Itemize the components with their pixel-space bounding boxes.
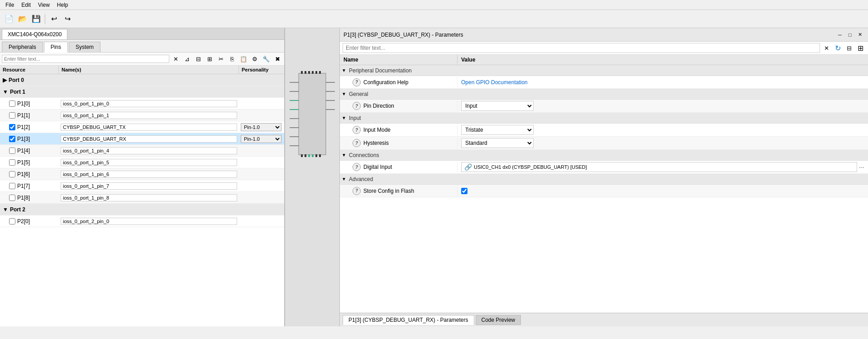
hysteresis-select[interactable]: Standard None: [461, 138, 534, 148]
list-item[interactable]: P1[7]: [0, 180, 284, 192]
pin-checkbox[interactable]: [9, 171, 15, 177]
tab-pins[interactable]: Pins: [44, 42, 68, 53]
chip-diagram: [290, 55, 339, 191]
right-collapse-button[interactable]: ⊟: [844, 43, 854, 53]
params-col-name: Name: [340, 55, 458, 65]
list-item[interactable]: P1[6]: [0, 168, 284, 180]
pin-personality-select[interactable]: Pin-1.0: [241, 135, 281, 143]
connection-ellipsis-button[interactable]: ···: [859, 163, 864, 171]
svg-rect-13: [301, 71, 303, 74]
pin-label: P1[1]: [17, 112, 30, 119]
svg-rect-14: [305, 71, 306, 74]
pin-personality-select[interactable]: Pin-1.0: [241, 123, 281, 131]
list-item[interactable]: P1[4]: [0, 145, 284, 157]
list-item[interactable]: ▶ Port 0: [0, 74, 284, 86]
pin-checkbox[interactable]: [9, 136, 15, 142]
list-item[interactable]: P1[3] Pin-1.0: [0, 133, 284, 145]
right-clear-filter-button[interactable]: ✕: [821, 43, 831, 53]
pin-name-input[interactable]: [61, 194, 237, 201]
svg-rect-18: [319, 71, 321, 74]
section-connections[interactable]: ▼ Connections: [340, 150, 868, 161]
new-button[interactable]: 📄: [3, 13, 15, 25]
menu-view[interactable]: View: [34, 1, 53, 9]
params-table: Name Value ▼ Peripheral Documentation ? …: [340, 55, 868, 313]
pin-name-input[interactable]: [61, 147, 237, 154]
menu-edit[interactable]: Edit: [18, 1, 34, 9]
list-item[interactable]: P1[8]: [0, 192, 284, 204]
save-button[interactable]: 💾: [30, 13, 43, 25]
clear-filter-button[interactable]: ✕: [171, 54, 181, 64]
pin-name-input[interactable]: [61, 100, 237, 107]
tab-peripherals[interactable]: Peripherals: [2, 42, 43, 52]
section-general[interactable]: ▼ General: [340, 89, 868, 100]
device-tab[interactable]: XMC1404-Q064x0200: [2, 29, 67, 39]
pin-name-input[interactable]: [61, 159, 237, 166]
collapse-all-button[interactable]: ⊟: [193, 54, 203, 64]
store-config-checkbox[interactable]: [461, 188, 467, 194]
list-item[interactable]: P1[5]: [0, 157, 284, 168]
section-advanced[interactable]: ▼ Advanced: [340, 174, 868, 185]
filter-button[interactable]: ⊿: [182, 54, 192, 64]
help-icon[interactable]: ?: [353, 187, 361, 195]
pin-name-input[interactable]: [61, 124, 237, 131]
right-expand-button[interactable]: ⊞: [855, 43, 865, 53]
param-label: Pin Direction: [363, 103, 394, 109]
input-mode-select[interactable]: Tristate Pull-up Pull-down: [461, 125, 534, 135]
pin-checkbox[interactable]: [9, 195, 15, 201]
configure-button[interactable]: ⚙: [250, 54, 260, 64]
pin-checkbox[interactable]: [9, 124, 15, 130]
right-refresh-button[interactable]: ↻: [833, 43, 843, 53]
menu-help[interactable]: Help: [53, 1, 72, 9]
paste-button[interactable]: 📋: [238, 54, 248, 64]
cut-button[interactable]: ✂: [216, 54, 226, 64]
group-label: Port 1: [10, 89, 25, 95]
pin-checkbox[interactable]: [9, 100, 15, 107]
list-item[interactable]: P2[0]: [0, 215, 284, 227]
help-icon[interactable]: ?: [353, 163, 361, 171]
section-input[interactable]: ▼ Input: [340, 113, 868, 124]
pin-personality: [239, 220, 284, 222]
right-panel-header: P1[3] (CYBSP_DEBUG_UART_RX) - Parameters…: [340, 28, 868, 42]
settings-button[interactable]: 🔧: [261, 54, 271, 64]
help-icon[interactable]: ?: [353, 102, 361, 110]
section-peripheral-doc[interactable]: ▼ Peripheral Documentation: [340, 65, 868, 76]
copy-button[interactable]: ⎘: [227, 54, 237, 64]
pin-checkbox[interactable]: [9, 112, 15, 119]
tab-code-preview[interactable]: Code Preview: [476, 315, 521, 325]
help-icon[interactable]: ?: [353, 139, 361, 147]
reset-button[interactable]: ✖: [272, 54, 282, 64]
menu-file[interactable]: File: [2, 1, 18, 9]
left-filter-input[interactable]: [2, 55, 169, 63]
list-item[interactable]: P1[1]: [0, 110, 284, 121]
help-icon[interactable]: ?: [353, 78, 361, 86]
pin-checkbox[interactable]: [9, 159, 15, 166]
help-icon[interactable]: ?: [353, 126, 361, 134]
undo-button[interactable]: ↩: [48, 13, 60, 25]
close-button[interactable]: ✕: [855, 31, 864, 39]
list-item[interactable]: ▼ Port 1: [0, 86, 284, 98]
pin-checkbox[interactable]: [9, 183, 15, 189]
tab-system[interactable]: System: [69, 42, 100, 52]
param-value-config-help: Open GPIO Documentation: [458, 78, 868, 87]
pin-direction-select[interactable]: Input Output Bidirectional: [461, 101, 534, 111]
expand-all-button[interactable]: ⊞: [205, 54, 215, 64]
param-name-store-config: ? Store Config in Flash: [340, 186, 458, 196]
maximize-button[interactable]: □: [845, 31, 854, 39]
pin-checkbox[interactable]: [9, 148, 15, 154]
redo-button[interactable]: ↪: [61, 13, 74, 25]
pin-label: P1[7]: [17, 183, 30, 189]
right-filter-input[interactable]: [343, 43, 820, 53]
pin-name-input[interactable]: [61, 182, 237, 190]
pin-name-input[interactable]: [61, 171, 237, 178]
pin-name-input[interactable]: [61, 135, 237, 143]
open-gpio-docs-link[interactable]: Open GPIO Documentation: [461, 79, 528, 86]
pin-checkbox[interactable]: [9, 218, 15, 224]
list-item[interactable]: ▼ Port 2: [0, 204, 284, 215]
list-item[interactable]: P1[0]: [0, 98, 284, 110]
minimize-button[interactable]: ─: [835, 31, 844, 39]
pin-name-input[interactable]: [61, 218, 237, 225]
pin-name-input[interactable]: [61, 112, 237, 119]
tab-parameters[interactable]: P1[3] (CYBSP_DEBUG_UART_RX) - Parameters: [343, 315, 474, 325]
open-button[interactable]: 📂: [16, 13, 29, 25]
list-item[interactable]: P1[2] Pin-1.0: [0, 121, 284, 133]
